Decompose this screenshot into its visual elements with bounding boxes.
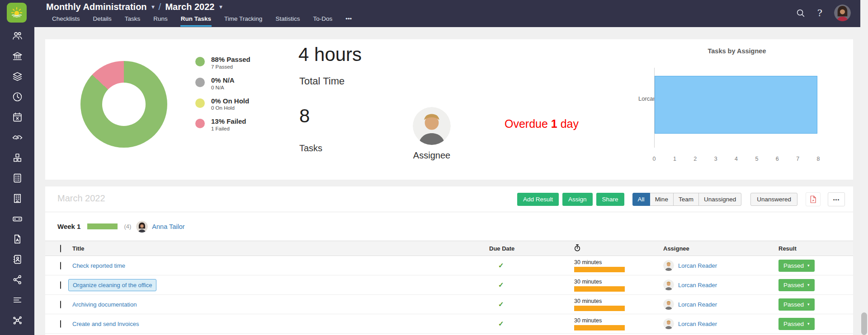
toolbar-more-button[interactable]: ••• bbox=[828, 192, 845, 206]
search-icon[interactable] bbox=[796, 8, 806, 18]
filter-unassigned-button[interactable]: Unassigned bbox=[698, 193, 741, 206]
run-tasks-card: March 2022 Add Result Assign Share All M… bbox=[45, 186, 853, 335]
chevron-down-icon[interactable]: ▾ bbox=[152, 4, 155, 10]
legend-sub: 1 Failed bbox=[211, 126, 246, 131]
time-value: 30 minutes bbox=[574, 259, 663, 265]
team-icon[interactable] bbox=[11, 30, 23, 42]
pdf-document-icon[interactable] bbox=[11, 233, 23, 245]
checklist-icon[interactable] bbox=[11, 172, 23, 184]
tab-tasks[interactable]: Tasks bbox=[124, 14, 141, 27]
row-checkbox[interactable] bbox=[60, 281, 61, 289]
group-assignee-link[interactable]: Anna Tailor bbox=[152, 223, 184, 230]
table-row: Check reported time ✓ 30 minutes Lorcan … bbox=[45, 256, 853, 275]
handshake-icon[interactable] bbox=[11, 131, 23, 143]
sidebar-nav bbox=[0, 30, 34, 326]
row-checkbox[interactable] bbox=[60, 301, 61, 308]
vertical-scrollbar[interactable] bbox=[860, 0, 868, 335]
user-avatar[interactable] bbox=[834, 5, 851, 21]
lines-icon[interactable] bbox=[11, 294, 23, 306]
legend-item-passed: 88% Passed 7 Passed bbox=[195, 56, 250, 70]
app-root: Monthly Administration ▾ / March 2022 ▾ … bbox=[0, 0, 868, 335]
column-title[interactable]: Title bbox=[72, 245, 489, 252]
row-checkbox[interactable] bbox=[60, 320, 61, 328]
run-toolbar: Add Result Assign Share All Mine Team Un… bbox=[517, 192, 845, 206]
tab-time-tracking[interactable]: Time Tracking bbox=[224, 14, 263, 27]
share-button[interactable]: Share bbox=[596, 193, 624, 206]
filter-all-button[interactable]: All bbox=[632, 193, 650, 206]
chart-x-axis: 0 1 2 3 4 5 6 7 8 bbox=[651, 156, 821, 162]
tabs-overflow-button[interactable]: ••• bbox=[345, 14, 352, 27]
tab-to-dos[interactable]: To-Dos bbox=[312, 14, 333, 27]
row-assignee-avatar[interactable] bbox=[663, 318, 674, 329]
app-logo[interactable] bbox=[7, 3, 27, 23]
task-count-label: Tasks bbox=[299, 143, 322, 154]
legend-label: 0% N/A bbox=[211, 76, 235, 85]
tab-bar: Checklists Details Tasks Runs Run Tasks … bbox=[52, 14, 352, 27]
assignee-cell: Lorcan Reader bbox=[663, 318, 778, 329]
scrollbar-thumb[interactable] bbox=[861, 312, 867, 335]
filter-team-button[interactable]: Team bbox=[673, 193, 699, 206]
row-assignee-link[interactable]: Lorcan Reader bbox=[678, 282, 717, 288]
task-title-link[interactable]: Organize cleaning of the office bbox=[73, 282, 152, 288]
assignee-avatar[interactable] bbox=[413, 107, 451, 145]
calendar-x-icon[interactable] bbox=[11, 111, 23, 123]
assign-button[interactable]: Assign bbox=[562, 193, 593, 206]
sunrise-icon bbox=[10, 6, 24, 19]
add-result-button[interactable]: Add Result bbox=[517, 193, 559, 206]
result-dropdown-button[interactable]: Passed▾ bbox=[778, 298, 815, 311]
select-all-checkbox[interactable] bbox=[60, 245, 61, 252]
stopwatch-icon bbox=[574, 244, 580, 251]
na-dot bbox=[195, 78, 205, 87]
tab-runs[interactable]: Runs bbox=[153, 14, 168, 27]
legend-sub: 7 Passed bbox=[211, 64, 250, 70]
result-dropdown-button[interactable]: Passed▾ bbox=[778, 279, 815, 291]
task-title-link[interactable]: Check reported time bbox=[72, 262, 125, 269]
network-icon[interactable] bbox=[11, 314, 23, 326]
x-tick: 3 bbox=[712, 156, 719, 162]
tab-checklists[interactable]: Checklists bbox=[52, 14, 80, 27]
filter-mine-button[interactable]: Mine bbox=[650, 193, 674, 206]
time-value: 30 minutes bbox=[574, 298, 663, 304]
time-progress-bar bbox=[574, 306, 625, 311]
checklist-title[interactable]: Monthly Administration bbox=[46, 2, 147, 12]
column-timer[interactable] bbox=[574, 244, 663, 253]
row-checkbox[interactable] bbox=[60, 262, 61, 270]
column-assignee[interactable]: Assignee bbox=[663, 245, 778, 252]
tab-run-tasks[interactable]: Run Tasks bbox=[180, 14, 212, 27]
x-tick: 0 bbox=[651, 156, 657, 162]
share-icon[interactable] bbox=[11, 274, 23, 285]
task-title-link[interactable]: Archiving documentation bbox=[72, 301, 137, 308]
row-assignee-avatar[interactable] bbox=[663, 260, 674, 271]
result-dropdown-button[interactable]: Passed▾ bbox=[778, 318, 815, 330]
chevron-down-icon: ▾ bbox=[807, 321, 810, 326]
tab-statistics[interactable]: Statistics bbox=[275, 14, 300, 27]
row-assignee-link[interactable]: Lorcan Reader bbox=[678, 301, 717, 308]
group-assignee-avatar[interactable] bbox=[136, 221, 148, 233]
column-due-date[interactable]: Due Date bbox=[489, 245, 574, 252]
layers-icon[interactable] bbox=[11, 70, 23, 82]
legend-sub: 0 N/A bbox=[211, 85, 235, 90]
chart-plot-area bbox=[654, 68, 817, 148]
help-icon[interactable]: ? bbox=[817, 8, 822, 19]
institution-icon[interactable] bbox=[11, 50, 23, 62]
contacts-icon[interactable] bbox=[11, 253, 23, 265]
pdf-export-button[interactable] bbox=[806, 192, 821, 206]
result-dropdown-button[interactable]: Passed▾ bbox=[778, 260, 815, 272]
task-title-link[interactable]: Create and send Invoices bbox=[72, 321, 139, 327]
tab-details[interactable]: Details bbox=[93, 14, 112, 27]
row-assignee-link[interactable]: Lorcan Reader bbox=[678, 321, 717, 327]
row-assignee-link[interactable]: Lorcan Reader bbox=[678, 262, 717, 269]
cubes-icon[interactable] bbox=[11, 152, 23, 163]
clock-icon[interactable] bbox=[11, 91, 23, 102]
unanswered-button[interactable]: Unanswered bbox=[750, 193, 797, 206]
chevron-down-icon[interactable]: ▾ bbox=[219, 4, 222, 10]
time-cell: 30 minutes bbox=[574, 259, 663, 272]
run-title[interactable]: March 2022 bbox=[165, 2, 214, 12]
column-result[interactable]: Result bbox=[778, 245, 853, 252]
row-assignee-avatar[interactable] bbox=[663, 299, 674, 310]
task-count-value: 8 bbox=[299, 105, 310, 127]
week-label: Week 1 bbox=[57, 223, 80, 230]
row-assignee-avatar[interactable] bbox=[663, 279, 674, 290]
drive-icon[interactable] bbox=[11, 213, 23, 224]
building-icon[interactable] bbox=[11, 192, 23, 204]
